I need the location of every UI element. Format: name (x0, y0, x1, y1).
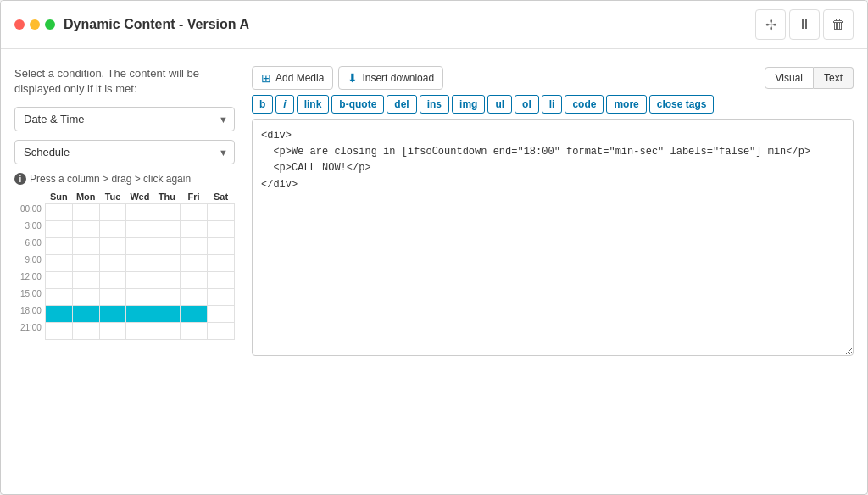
cell-thu-1800[interactable] (153, 306, 181, 323)
text-view-button[interactable]: Text (814, 67, 854, 89)
cell-sat-0900[interactable] (208, 255, 235, 272)
cell-tue-2100[interactable] (99, 323, 126, 340)
cell-sun-1200[interactable] (45, 272, 72, 289)
cell-thu-1200[interactable] (153, 272, 181, 289)
cell-fri-1800[interactable] (181, 306, 208, 323)
pause-button[interactable]: ⏸ (789, 9, 820, 40)
time-label-0600: 6:00 (14, 238, 45, 255)
time-row-0900[interactable]: 9:00 (14, 255, 235, 272)
code-editor[interactable]: <div> <p>We are closing in [ifsoCountdow… (252, 119, 854, 356)
cell-sun-1500[interactable] (45, 289, 72, 306)
editor-toolbar: ⊞ Add Media ⬇ Insert download Visual Tex… (252, 66, 854, 90)
fmt-bquote[interactable]: b-quote (331, 95, 384, 114)
fmt-bold[interactable]: b (252, 95, 273, 114)
time-row-0600[interactable]: 6:00 (14, 238, 235, 255)
fmt-close-tags[interactable]: close tags (649, 95, 715, 114)
cell-mon-1500[interactable] (72, 289, 99, 306)
cell-wed-0900[interactable] (126, 255, 153, 272)
cell-mon-0000[interactable] (72, 204, 99, 221)
cell-sat-0300[interactable] (208, 221, 235, 238)
pause-icon: ⏸ (798, 17, 811, 32)
cell-mon-0600[interactable] (72, 238, 99, 255)
cell-wed-0000[interactable] (126, 204, 153, 221)
fmt-li[interactable]: li (542, 95, 563, 114)
insert-download-button[interactable]: ⬇ Insert download (338, 66, 443, 90)
cell-mon-1200[interactable] (72, 272, 99, 289)
cell-wed-2100[interactable] (126, 323, 153, 340)
time-label-0000: 00:00 (14, 204, 45, 221)
cell-mon-1800[interactable] (72, 306, 99, 323)
fmt-ul[interactable]: ul (487, 95, 512, 114)
cell-sat-2100[interactable] (208, 323, 235, 340)
cell-thu-0600[interactable] (153, 238, 181, 255)
fmt-italic[interactable]: i (275, 95, 293, 114)
fmt-code[interactable]: code (565, 95, 604, 114)
fmt-ins[interactable]: ins (420, 95, 449, 114)
cell-tue-0300[interactable] (99, 221, 126, 238)
schedule-select[interactable]: Schedule Fixed Date Recurring (14, 140, 235, 164)
cell-tue-1200[interactable] (99, 272, 126, 289)
fmt-more[interactable]: more (606, 95, 646, 114)
cell-fri-0000[interactable] (181, 204, 208, 221)
cell-fri-0900[interactable] (181, 255, 208, 272)
cell-thu-1500[interactable] (153, 289, 181, 306)
cell-fri-2100[interactable] (181, 323, 208, 340)
time-row-0000[interactable]: 00:00 (14, 204, 235, 221)
add-media-label: Add Media (275, 72, 324, 84)
time-row-0300[interactable]: 3:00 (14, 221, 235, 238)
fmt-link[interactable]: link (297, 95, 330, 114)
fmt-img[interactable]: img (452, 95, 485, 114)
cell-sat-0000[interactable] (208, 204, 235, 221)
trash-icon: 🗑 (832, 17, 845, 32)
cell-thu-2100[interactable] (153, 323, 181, 340)
cell-tue-1800[interactable] (99, 306, 126, 323)
cell-sun-1800[interactable] (45, 306, 72, 323)
schedule-select-wrapper: Schedule Fixed Date Recurring ▼ (14, 140, 235, 164)
time-row-1500[interactable]: 15:00 (14, 289, 235, 306)
time-row-1800[interactable]: 18:00 (14, 306, 235, 323)
cell-sun-0000[interactable] (45, 204, 72, 221)
cell-fri-0600[interactable] (181, 238, 208, 255)
date-time-select[interactable]: Date & Time Day of Week Time of Day Cust… (14, 107, 235, 131)
toolbar-left: ⊞ Add Media ⬇ Insert download (252, 66, 443, 90)
cell-sun-0600[interactable] (45, 238, 72, 255)
cell-thu-0300[interactable] (153, 221, 181, 238)
cell-fri-0300[interactable] (181, 221, 208, 238)
time-row-2100[interactable]: 21:00 (14, 323, 235, 340)
add-media-button[interactable]: ⊞ Add Media (252, 66, 333, 90)
cell-thu-0000[interactable] (153, 204, 181, 221)
cell-sun-0900[interactable] (45, 255, 72, 272)
date-time-select-wrapper: Date & Time Day of Week Time of Day Cust… (14, 107, 235, 131)
cell-sat-1500[interactable] (208, 289, 235, 306)
cell-sun-2100[interactable] (45, 323, 72, 340)
move-button[interactable]: ✢ (755, 9, 786, 40)
move-icon: ✢ (765, 17, 776, 33)
cell-wed-1500[interactable] (126, 289, 153, 306)
cell-sun-0300[interactable] (45, 221, 72, 238)
cell-sat-1200[interactable] (208, 272, 235, 289)
fmt-del[interactable]: del (387, 95, 416, 114)
cell-fri-1500[interactable] (181, 289, 208, 306)
cell-tue-0900[interactable] (99, 255, 126, 272)
press-hint-text: Press a column > drag > click again (30, 173, 191, 185)
traffic-lights (14, 19, 55, 30)
cell-tue-0000[interactable] (99, 204, 126, 221)
cell-thu-0900[interactable] (153, 255, 181, 272)
time-label-0900: 9:00 (14, 255, 45, 272)
cell-wed-0300[interactable] (126, 221, 153, 238)
delete-button[interactable]: 🗑 (823, 9, 854, 40)
fmt-ol[interactable]: ol (515, 95, 539, 114)
cell-mon-0300[interactable] (72, 221, 99, 238)
cell-tue-1500[interactable] (99, 289, 126, 306)
visual-view-button[interactable]: Visual (765, 67, 814, 89)
cell-wed-1800[interactable] (126, 306, 153, 323)
cell-fri-1200[interactable] (181, 272, 208, 289)
cell-wed-0600[interactable] (126, 238, 153, 255)
cell-sat-1800[interactable] (208, 306, 235, 323)
cell-sat-0600[interactable] (208, 238, 235, 255)
time-row-1200[interactable]: 12:00 (14, 272, 235, 289)
cell-mon-0900[interactable] (72, 255, 99, 272)
cell-tue-0600[interactable] (99, 238, 126, 255)
cell-wed-1200[interactable] (126, 272, 153, 289)
cell-mon-2100[interactable] (72, 323, 99, 340)
